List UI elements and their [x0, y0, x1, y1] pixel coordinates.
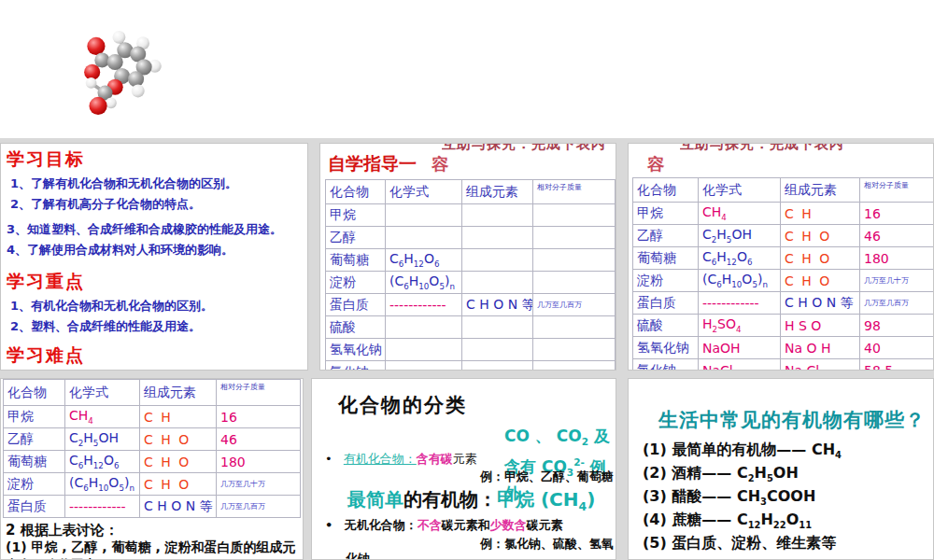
molecule-atoms — [84, 31, 162, 115]
column-header: 相对分子质量 — [217, 380, 301, 406]
cell-compound: 葡萄糖 — [633, 247, 699, 270]
slide-common-organics[interactable]: 生活中常见的有机物有哪些？ (1) 最简单的有机物—— CH4 (2) 酒精——… — [628, 378, 934, 560]
goal-item: 1、了解有机化合物和无机化合物的区别。 — [10, 175, 302, 192]
cell-mass — [533, 249, 616, 272]
slide-compound-classification[interactable]: 化合物的分类 CO 、 CO2 及 含有 CO32- 例 外 有机化合物：含有碳… — [311, 378, 616, 560]
inorganic-examples-line1: 例：氯化钠、硫酸、氢氧 — [480, 536, 614, 553]
top-area — [0, 0, 934, 138]
cell-mass: 180 — [217, 451, 301, 473]
cell-mass: 46 — [860, 225, 934, 247]
cell-compound: 甲烷 — [633, 203, 699, 225]
cell-compound: 氢氧化钠 — [326, 339, 386, 361]
cell-elements: Na Cl — [781, 359, 860, 371]
cell-compound: 乙醇 — [4, 428, 65, 451]
exception-line: CO 、 CO2 及 — [504, 426, 610, 452]
goal-item: 2、了解有机高分子化合物的特点。 — [10, 196, 302, 213]
cell-formula: NaOH — [699, 337, 781, 359]
cell-mass: 几万至几百万 — [860, 292, 934, 315]
column-header: 相对分子质量 — [860, 178, 934, 203]
oxygen-atom — [89, 97, 106, 115]
cell-compound: 氯化钠 — [633, 359, 699, 371]
inorganic-examples-line2: 化钠 — [346, 551, 370, 560]
table-row: 乙醇 — [326, 227, 616, 249]
slide-table-discussion[interactable]: 化合物化学式组成元素相对分子质量甲烷CH4C H16乙醇C2H5OHC H O4… — [0, 378, 304, 560]
column-header: 化学式 — [699, 178, 781, 203]
cell-elements: C H — [781, 203, 860, 225]
cell-elements — [462, 316, 533, 339]
wrapped-char: 容 — [432, 154, 448, 174]
cell-elements — [462, 204, 533, 227]
column-header: 相对分子质量 — [533, 180, 616, 204]
cell-mass: 98 — [860, 315, 934, 337]
cell-mass: 几万至几十万 — [860, 270, 934, 292]
cell-compound: 蛋白质 — [4, 496, 65, 518]
cell-compound: 硫酸 — [326, 316, 386, 339]
discussion-line: (1) 甲烷 , 乙醇 , 葡萄糖 , 淀粉和蛋白质的组成元 — [6, 539, 296, 556]
cell-mass — [533, 272, 616, 294]
wrapped-char: 容 — [647, 153, 664, 175]
table-row: 氯化钠 — [326, 361, 616, 371]
cell-compound: 甲烷 — [326, 204, 386, 227]
cell-formula: CH4 — [65, 406, 140, 428]
cell-elements: C H O — [781, 225, 860, 247]
molecule-model-image — [67, 9, 187, 129]
simplest-mid: 的有机物： — [403, 488, 497, 511]
list-item: (1) 最简单的有机物—— CH4 — [643, 441, 842, 464]
focus-title: 学习重点 — [7, 270, 302, 294]
slide-self-study-blank-table[interactable]: 互助与探究：完成下表内 自学指导一容 化合物化学式组成元素相对分子质量甲烷乙醇葡… — [319, 143, 616, 371]
cell-compound: 蛋白质 — [633, 292, 699, 315]
cell-mass: 58.5 — [860, 359, 934, 371]
cell-formula: (C6H10O5)n — [65, 473, 140, 496]
table-row: 甲烷CH4C H16 — [4, 406, 301, 428]
cell-elements — [462, 361, 533, 371]
cell-mass — [533, 339, 616, 361]
cell-compound: 氢氧化钠 — [633, 337, 699, 359]
slide-learning-goals[interactable]: 学习目标 1、了解有机化合物和无机化合物的区别。 2、了解有机高分子化合物的特点… — [0, 143, 308, 371]
cell-mass: 180 — [860, 247, 934, 270]
organic-key: 含有碳 — [417, 452, 453, 466]
compound-table-review: 化合物化学式组成元素相对分子质量甲烷CH4C H16乙醇C2H5OHC H O4… — [3, 379, 301, 518]
carbon-atom — [128, 71, 144, 87]
column-header: 化学式 — [65, 380, 140, 406]
table-row: 蛋白质------------C H O N 等几万至几百万 — [4, 496, 301, 518]
slide-sorter-view: 学习目标 1、了解有机化合物和无机化合物的区别。 2、了解有机高分子化合物的特点… — [0, 0, 934, 560]
formula: C12H22O11 — [737, 511, 812, 528]
hydrogen-atom — [113, 31, 126, 44]
column-header: 化合物 — [633, 178, 699, 203]
cell-elements: C H O — [140, 473, 217, 496]
cell-formula: CH4 — [699, 203, 781, 225]
cell-compound: 乙醇 — [326, 227, 386, 249]
classification-title: 化合物的分类 — [338, 392, 467, 418]
inorganic-few: 少数含 — [490, 518, 527, 532]
cell-formula: (C6H10O5)n — [699, 270, 781, 292]
cell-compound: 蛋白质 — [326, 294, 386, 316]
table-row: 氢氧化钠NaOHNa O H40 — [633, 337, 934, 359]
cell-elements: C H — [140, 406, 217, 428]
difficulty-title: 学习难点 — [7, 343, 302, 368]
table-row: 甲烷CH4C H16 — [633, 203, 934, 225]
cell-compound: 葡萄糖 — [326, 249, 386, 272]
cell-formula: C6H12O6 — [386, 249, 462, 272]
cell-compound: 淀粉 — [4, 473, 65, 496]
table-row: 硫酸H2SO4H S O98 — [633, 315, 934, 337]
cell-mass — [533, 204, 616, 227]
cell-elements: C H O N 等 — [462, 294, 533, 316]
simplest-pre: 最简单 — [347, 488, 403, 511]
list-item: (5) 蛋白质、淀粉、维生素等 — [643, 534, 842, 557]
table-row: 蛋白质------------C H O N 等几万至几百万 — [326, 294, 616, 316]
cell-mass: 16 — [860, 203, 934, 225]
organic-examples: 例：甲烷、乙醇、葡萄糖 — [480, 469, 614, 485]
cell-elements: C H O N 等 — [140, 496, 217, 518]
table-row: 淀粉(C6H10O5)n — [326, 272, 616, 294]
table-row: 氯化钠NaClNa Cl58.5 — [633, 359, 934, 371]
cell-formula — [386, 316, 462, 339]
cell-formula: (C6H10O5)n — [386, 272, 462, 294]
compound-table-filled: 化合物化学式组成元素相对分子质量甲烷CH4C H16乙醇C2H5OHC H O4… — [632, 177, 934, 371]
cell-elements: C H O N 等 — [781, 292, 860, 315]
slide-self-study-filled-table[interactable]: 互助与探究：完成下表内 容 化合物化学式组成元素相对分子质量甲烷CH4C H16… — [628, 143, 934, 371]
simplest-value: 甲烷 (CH4) — [497, 488, 595, 511]
list-item: (4) 蔗糖—— C12H22O11 — [643, 511, 842, 534]
cell-elements: C H O — [140, 428, 217, 451]
cell-formula: C2H5OH — [65, 428, 140, 451]
oxygen-atom — [87, 37, 105, 55]
